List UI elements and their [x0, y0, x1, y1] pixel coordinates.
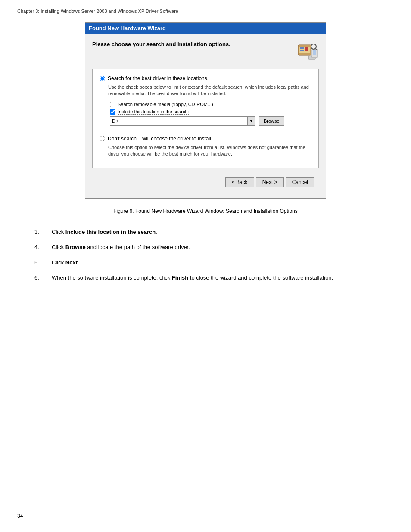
svg-rect-4 [305, 47, 308, 51]
radio1-description: Use the check boxes below to limit or ex… [108, 84, 311, 97]
radio2-description: Choose this option to select the device … [108, 144, 311, 158]
checkbox-location-input[interactable] [110, 109, 115, 115]
radio2-label: Don't search. I will choose the driver t… [108, 136, 212, 142]
wizard-prompt: Please choose your search and installati… [92, 40, 230, 48]
path-dropdown-button[interactable]: ▼ [248, 116, 255, 126]
instruction-item-6: 6. When the software installation is com… [34, 274, 394, 282]
wizard-window: Found New Hardware Wizard Please choose … [85, 22, 326, 199]
instruction-item-3: 3. Click Include this location in the se… [34, 228, 394, 236]
wizard-hardware-icon [296, 40, 319, 63]
radio-dont-search-input[interactable] [100, 136, 105, 141]
radio-dont-search[interactable]: Don't search. I will choose the driver t… [100, 136, 311, 142]
instruction-item-4: 4. Click Browse and locate the path of t… [34, 243, 394, 252]
checkbox1-label: Search removable media (floppy, CD-ROM..… [118, 102, 213, 107]
browse-button[interactable]: Browse [259, 116, 284, 126]
checkbox-removable-input[interactable] [110, 102, 115, 107]
instruction-bold-5: Next [65, 259, 78, 266]
cancel-button[interactable]: Cancel [286, 177, 314, 187]
path-row: ▼ Browse [110, 116, 311, 126]
page-header: Chapter 3: Installing Windows Server 200… [17, 9, 394, 14]
svg-point-8 [311, 44, 316, 49]
instructions-section: 3. Click Include this location in the se… [34, 228, 394, 282]
instruction-text-6: When the software installation is comple… [52, 274, 333, 282]
next-button[interactable]: Next > [256, 177, 284, 187]
wizard-footer: < Back Next > Cancel [92, 174, 319, 191]
wizard-top-section: Please choose your search and installati… [92, 40, 319, 63]
checkbox-group: Search removable media (floppy, CD-ROM..… [110, 102, 311, 115]
radio-search-best-driver[interactable]: Search for the best driver in these loca… [100, 75, 311, 81]
checkbox-include-location[interactable]: Include this location in the search: [110, 109, 311, 115]
radio-search-best-input[interactable] [100, 76, 105, 81]
instruction-number-5: 5. [34, 258, 52, 267]
wizard-titlebar: Found New Hardware Wizard [85, 23, 326, 34]
instruction-number-6: 6. [34, 274, 52, 282]
instruction-number-4: 4. [34, 243, 52, 252]
instruction-bold-4: Browse [65, 244, 86, 250]
instruction-bold-3: Include this location in the search [65, 229, 156, 235]
svg-rect-7 [313, 50, 316, 55]
back-button[interactable]: < Back [225, 177, 254, 187]
instruction-text-4: Click Browse and locate the path of the … [52, 243, 190, 252]
radio1-label: Search for the best driver in these loca… [108, 75, 209, 81]
instruction-number-3: 3. [34, 228, 52, 236]
figure-caption: Figure 6. Found New Hardware Wizard Wind… [98, 207, 313, 215]
instruction-text-5: Click Next. [52, 258, 79, 267]
svg-rect-2 [300, 47, 304, 49]
wizard-title-text: Found New Hardware Wizard [89, 25, 166, 31]
checkbox-removable-media[interactable]: Search removable media (floppy, CD-ROM..… [110, 102, 311, 107]
instruction-bold-6: Finish [172, 274, 188, 281]
chapter-title: Chapter 3: Installing Windows Server 200… [17, 9, 178, 14]
section-divider [100, 131, 311, 131]
wizard-options-box: Search for the best driver in these loca… [92, 69, 319, 168]
wizard-body: Please choose your search and installati… [85, 34, 326, 198]
instruction-text-3: Click Include this location in the searc… [52, 228, 157, 236]
checkbox2-label: Include this location in the search: [118, 109, 189, 115]
instruction-item-5: 5. Click Next. [34, 258, 394, 267]
path-input[interactable] [110, 116, 248, 126]
svg-rect-3 [300, 50, 304, 51]
page-number: 34 [17, 513, 23, 519]
